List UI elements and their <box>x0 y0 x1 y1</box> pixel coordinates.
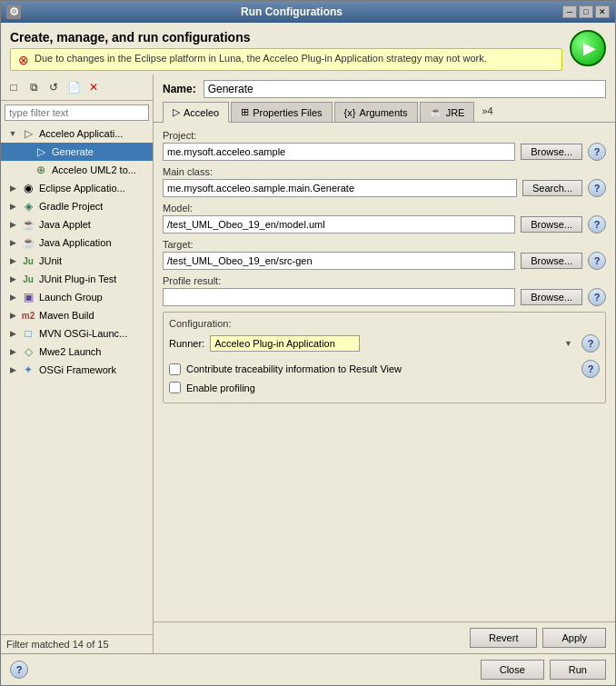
project-browse-button[interactable]: Browse... <box>521 144 582 160</box>
acceleo-uml2-icon: ⊕ <box>34 163 48 177</box>
tree-item-osgi[interactable]: ▶ ✦ OSGi Framework <box>1 361 153 379</box>
tab-jre[interactable]: ☕ JRE <box>420 102 475 123</box>
name-label: Name: <box>163 83 196 95</box>
main-class-help-button[interactable]: ? <box>588 179 606 197</box>
warning-icon: ⊗ <box>18 54 29 66</box>
project-help-button[interactable]: ? <box>588 143 606 161</box>
profile-row: Browse... ? <box>163 288 606 306</box>
profile-group: Profile result: Browse... ? <box>163 275 606 306</box>
close-window-button[interactable]: ✕ <box>595 5 610 18</box>
tree-arrow-java-applet: ▶ <box>8 220 17 229</box>
profiling-checkbox[interactable] <box>169 382 181 393</box>
tab-properties[interactable]: ⊞ Properties Files <box>231 102 332 123</box>
apply-button[interactable]: Apply <box>542 628 606 648</box>
tree-item-gradle[interactable]: ▶ ◈ Gradle Project <box>1 197 153 215</box>
tab-jre-label: JRE <box>446 107 465 118</box>
filter-input[interactable] <box>5 104 149 121</box>
new-config-button[interactable]: □ <box>5 78 23 96</box>
tree-item-acceleo-app[interactable]: ▼ ▷ Acceleo Applicati... <box>1 124 153 143</box>
main-class-group: Main class: Search... ? <box>163 166 606 197</box>
generate-icon: ▷ <box>34 144 48 159</box>
osgi-icon: ✦ <box>21 363 35 377</box>
project-row: Browse... ? <box>163 143 606 161</box>
tab-acceleo[interactable]: ▷ Acceleo <box>163 102 229 123</box>
maximize-button[interactable]: □ <box>579 5 593 18</box>
tree-label-launch-group: Launch Group <box>39 292 103 303</box>
run-config-button[interactable]: Run <box>550 660 606 680</box>
tab-more[interactable]: »4 <box>476 102 498 122</box>
tree-item-maven[interactable]: ▶ m2 Maven Build <box>1 306 153 324</box>
tree-item-java-app[interactable]: ▶ ☕ Java Application <box>1 234 153 252</box>
runner-select[interactable]: Acceleo Plug-in Application Acceleo Stan… <box>210 335 360 352</box>
model-group: Model: Browse... ? <box>163 203 606 234</box>
maven-icon: m2 <box>21 308 35 323</box>
profiling-label: Enable profiling <box>186 383 255 393</box>
model-help-button[interactable]: ? <box>588 215 606 234</box>
project-input[interactable] <box>163 143 515 161</box>
config-tree: ▼ ▷ Acceleo Applicati... ▷ Generate ⊕ Ac… <box>1 124 153 634</box>
main-class-search-button[interactable]: Search... <box>522 180 582 196</box>
traceability-checkbox[interactable] <box>169 363 181 375</box>
tree-item-launch-group[interactable]: ▶ ▣ Launch Group <box>1 288 153 306</box>
tree-item-java-applet[interactable]: ▶ ☕ Java Applet <box>1 215 153 234</box>
bottom-help-button[interactable]: ? <box>10 661 28 679</box>
profiling-row: Enable profiling <box>169 382 600 393</box>
java-app-icon: ☕ <box>21 235 35 250</box>
top-section: Create, manage, and run configurations ⊗… <box>1 23 615 75</box>
tree-label-junit: JUnit <box>39 255 62 266</box>
tree-item-mvn-osgi[interactable]: ▶ □ MVN OSGi-Launc... <box>1 324 153 343</box>
target-browse-button[interactable]: Browse... <box>521 253 582 269</box>
model-row: Browse... ? <box>163 215 606 234</box>
runner-row: Runner: Acceleo Plug-in Application Acce… <box>169 334 600 353</box>
target-help-button[interactable]: ? <box>588 252 606 270</box>
window-title: Run Configurations <box>21 5 562 18</box>
profile-browse-button[interactable]: Browse... <box>521 289 582 305</box>
tree-item-junit-plugin[interactable]: ▶ Ju JUnit Plug-in Test <box>1 270 153 288</box>
traceability-help-button[interactable]: ? <box>581 360 600 378</box>
main-area: □ ⧉ ↺ 📄 ✕ ▼ ▷ Acceleo Applicati... ▷ <box>1 75 615 653</box>
tree-arrow-gradle: ▶ <box>8 202 17 211</box>
run-button[interactable] <box>570 30 606 66</box>
config-section-label: Configuration: <box>169 318 600 329</box>
revert-button[interactable]: Revert <box>470 628 537 648</box>
refresh-config-button[interactable]: ↺ <box>45 78 63 96</box>
tree-item-eclipse-app[interactable]: ▶ ◉ Eclipse Applicatio... <box>1 179 153 197</box>
target-input[interactable] <box>163 252 515 270</box>
target-label: Target: <box>163 239 606 250</box>
main-class-row: Search... ? <box>163 179 606 197</box>
model-input[interactable] <box>163 215 515 234</box>
header-row: Create, manage, and run configurations ⊗… <box>10 30 606 71</box>
sidebar-status: Filter matched 14 of 15 <box>1 634 153 653</box>
warning-text: Due to changes in the Eclipse platform i… <box>35 53 554 64</box>
config-section: Configuration: Runner: Acceleo Plug-in A… <box>163 312 606 403</box>
tree-arrow-osgi: ▶ <box>8 365 17 374</box>
tree-item-acceleo-uml2[interactable]: ⊕ Acceleo UML2 to... <box>1 161 153 179</box>
tree-label-eclipse-app: Eclipse Applicatio... <box>39 183 125 194</box>
profile-help-button[interactable]: ? <box>588 288 606 306</box>
model-browse-button[interactable]: Browse... <box>521 216 582 233</box>
name-row: Name: <box>154 75 615 102</box>
tree-arrow-java-app: ▶ <box>8 238 17 247</box>
name-input[interactable] <box>204 80 606 98</box>
tree-item-junit[interactable]: ▶ Ju JUnit <box>1 252 153 270</box>
tree-item-generate[interactable]: ▷ Generate <box>1 143 153 161</box>
minimize-button[interactable]: ─ <box>562 5 577 18</box>
launch-group-icon: ▣ <box>21 290 35 304</box>
eclipse-app-icon: ◉ <box>21 181 35 195</box>
duplicate-config-button[interactable]: ⧉ <box>25 78 43 96</box>
tree-arrow-launch-group: ▶ <box>8 293 17 302</box>
close-button[interactable]: Close <box>481 660 544 680</box>
tab-acceleo-label: Acceleo <box>184 107 219 118</box>
header-title: Create, manage, and run configurations <box>10 30 562 45</box>
delete-config-button[interactable]: ✕ <box>84 78 103 96</box>
main-class-input[interactable] <box>163 179 517 197</box>
title-controls: ─ □ ✕ <box>562 5 610 18</box>
profile-input[interactable] <box>163 288 515 306</box>
mwe2-icon: ◇ <box>21 344 35 359</box>
export-config-button[interactable]: 📄 <box>65 78 83 96</box>
tree-item-mwe2[interactable]: ▶ ◇ Mwe2 Launch <box>1 343 153 361</box>
acceleo-tab-icon: ▷ <box>173 106 180 118</box>
tree-label-mvn-osgi: MVN OSGi-Launc... <box>39 328 127 339</box>
tab-arguments[interactable]: {x} Arguments <box>334 102 418 123</box>
runner-help-button[interactable]: ? <box>581 334 600 353</box>
